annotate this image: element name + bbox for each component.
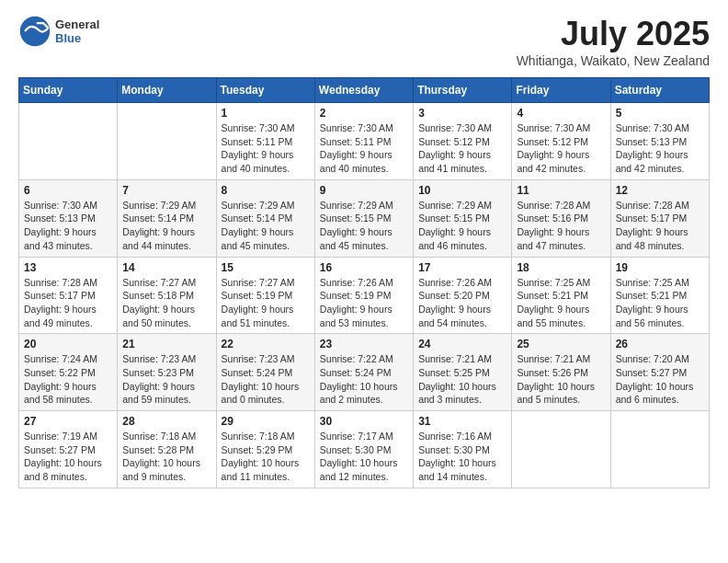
day-number: 6 xyxy=(24,184,112,197)
day-number: 24 xyxy=(418,338,506,350)
calendar-cell: 13Sunrise: 7:28 AM Sunset: 5:17 PM Dayli… xyxy=(19,257,118,334)
weekday-header: Saturday xyxy=(610,78,709,103)
day-info: Sunrise: 7:18 AM Sunset: 5:29 PM Dayligh… xyxy=(222,430,310,484)
calendar-title: July 2025 xyxy=(517,15,710,53)
logo-text: General Blue xyxy=(55,17,99,45)
day-info: Sunrise: 7:24 AM Sunset: 5:22 PM Dayligh… xyxy=(24,352,112,407)
day-info: Sunrise: 7:30 AM Sunset: 5:11 PM Dayligh… xyxy=(320,121,408,176)
day-info: Sunrise: 7:28 AM Sunset: 5:17 PM Dayligh… xyxy=(24,276,112,330)
day-number: 27 xyxy=(24,415,112,428)
page-header: General Blue July 2025 Whitianga, Waikat… xyxy=(18,15,710,68)
day-number: 5 xyxy=(616,107,704,120)
day-number: 26 xyxy=(616,338,704,350)
weekday-header: Monday xyxy=(118,78,216,103)
calendar-cell: 19Sunrise: 7:25 AM Sunset: 5:21 PM Dayli… xyxy=(610,257,709,334)
day-info: Sunrise: 7:30 AM Sunset: 5:13 PM Dayligh… xyxy=(24,199,112,253)
calendar-cell: 28Sunrise: 7:18 AM Sunset: 5:28 PM Dayli… xyxy=(118,411,216,488)
day-info: Sunrise: 7:21 AM Sunset: 5:25 PM Dayligh… xyxy=(418,352,506,407)
calendar-cell: 8Sunrise: 7:29 AM Sunset: 5:14 PM Daylig… xyxy=(216,179,314,257)
calendar-cell: 11Sunrise: 7:28 AM Sunset: 5:16 PM Dayli… xyxy=(512,179,610,257)
weekday-header-row: SundayMondayTuesdayWednesdayThursdayFrid… xyxy=(19,78,710,103)
day-number: 31 xyxy=(418,415,506,428)
day-number: 3 xyxy=(418,107,506,120)
day-info: Sunrise: 7:27 AM Sunset: 5:19 PM Dayligh… xyxy=(222,276,310,330)
calendar-cell: 21Sunrise: 7:23 AM Sunset: 5:23 PM Dayli… xyxy=(118,334,216,411)
day-info: Sunrise: 7:30 AM Sunset: 5:12 PM Dayligh… xyxy=(517,121,605,176)
day-info: Sunrise: 7:28 AM Sunset: 5:16 PM Dayligh… xyxy=(517,199,605,253)
calendar-cell: 1Sunrise: 7:30 AM Sunset: 5:11 PM Daylig… xyxy=(216,103,314,180)
day-number: 12 xyxy=(616,184,704,197)
day-number: 7 xyxy=(122,184,210,197)
title-block: July 2025 Whitianga, Waikato, New Zealan… xyxy=(517,15,710,68)
calendar-cell xyxy=(118,103,216,180)
calendar-cell: 3Sunrise: 7:30 AM Sunset: 5:12 PM Daylig… xyxy=(414,103,512,180)
day-info: Sunrise: 7:19 AM Sunset: 5:27 PM Dayligh… xyxy=(24,430,112,484)
day-info: Sunrise: 7:18 AM Sunset: 5:28 PM Dayligh… xyxy=(122,430,210,484)
calendar-cell: 31Sunrise: 7:16 AM Sunset: 5:30 PM Dayli… xyxy=(414,411,512,488)
calendar-cell: 20Sunrise: 7:24 AM Sunset: 5:22 PM Dayli… xyxy=(19,334,118,411)
calendar-cell xyxy=(512,411,610,488)
day-number: 18 xyxy=(517,261,605,274)
day-info: Sunrise: 7:23 AM Sunset: 5:24 PM Dayligh… xyxy=(222,352,310,407)
logo-general-label: General xyxy=(55,17,99,31)
logo-icon xyxy=(18,15,51,48)
day-info: Sunrise: 7:26 AM Sunset: 5:20 PM Dayligh… xyxy=(418,276,506,330)
weekday-header: Tuesday xyxy=(216,78,314,103)
day-number: 28 xyxy=(122,415,210,428)
calendar-cell: 15Sunrise: 7:27 AM Sunset: 5:19 PM Dayli… xyxy=(216,257,314,334)
day-number: 16 xyxy=(320,261,408,274)
day-info: Sunrise: 7:30 AM Sunset: 5:13 PM Dayligh… xyxy=(616,121,704,176)
day-number: 14 xyxy=(122,261,210,274)
calendar-cell: 17Sunrise: 7:26 AM Sunset: 5:20 PM Dayli… xyxy=(414,257,512,334)
day-info: Sunrise: 7:25 AM Sunset: 5:21 PM Dayligh… xyxy=(517,276,605,330)
day-number: 29 xyxy=(222,415,310,428)
calendar-cell: 10Sunrise: 7:29 AM Sunset: 5:15 PM Dayli… xyxy=(414,179,512,257)
weekday-header: Sunday xyxy=(19,78,118,103)
weekday-header: Thursday xyxy=(414,78,512,103)
day-info: Sunrise: 7:16 AM Sunset: 5:30 PM Dayligh… xyxy=(418,430,506,484)
day-number: 17 xyxy=(418,261,506,274)
day-info: Sunrise: 7:30 AM Sunset: 5:12 PM Dayligh… xyxy=(418,121,506,176)
day-info: Sunrise: 7:22 AM Sunset: 5:24 PM Dayligh… xyxy=(320,352,408,407)
calendar-week-row: 20Sunrise: 7:24 AM Sunset: 5:22 PM Dayli… xyxy=(19,334,710,411)
calendar-cell: 29Sunrise: 7:18 AM Sunset: 5:29 PM Dayli… xyxy=(216,411,314,488)
day-info: Sunrise: 7:21 AM Sunset: 5:26 PM Dayligh… xyxy=(517,352,605,407)
day-number: 1 xyxy=(222,107,310,120)
day-info: Sunrise: 7:25 AM Sunset: 5:21 PM Dayligh… xyxy=(616,276,704,330)
day-number: 25 xyxy=(517,338,605,350)
day-number: 11 xyxy=(517,184,605,197)
calendar-cell: 23Sunrise: 7:22 AM Sunset: 5:24 PM Dayli… xyxy=(314,334,413,411)
calendar-cell: 6Sunrise: 7:30 AM Sunset: 5:13 PM Daylig… xyxy=(19,179,118,257)
calendar-cell: 25Sunrise: 7:21 AM Sunset: 5:26 PM Dayli… xyxy=(512,334,610,411)
logo-blue-label: Blue xyxy=(55,31,99,45)
day-number: 15 xyxy=(222,261,310,274)
day-number: 19 xyxy=(616,261,704,274)
day-number: 13 xyxy=(24,261,112,274)
calendar-table: SundayMondayTuesdayWednesdayThursdayFrid… xyxy=(18,77,710,488)
day-number: 23 xyxy=(320,338,408,350)
calendar-cell: 24Sunrise: 7:21 AM Sunset: 5:25 PM Dayli… xyxy=(414,334,512,411)
day-info: Sunrise: 7:30 AM Sunset: 5:11 PM Dayligh… xyxy=(222,121,310,176)
calendar-cell xyxy=(610,411,709,488)
day-number: 2 xyxy=(320,107,408,120)
calendar-cell: 18Sunrise: 7:25 AM Sunset: 5:21 PM Dayli… xyxy=(512,257,610,334)
calendar-cell: 30Sunrise: 7:17 AM Sunset: 5:30 PM Dayli… xyxy=(314,411,413,488)
weekday-header: Friday xyxy=(512,78,610,103)
calendar-cell: 22Sunrise: 7:23 AM Sunset: 5:24 PM Dayli… xyxy=(216,334,314,411)
calendar-cell: 16Sunrise: 7:26 AM Sunset: 5:19 PM Dayli… xyxy=(314,257,413,334)
day-number: 10 xyxy=(418,184,506,197)
calendar-week-row: 27Sunrise: 7:19 AM Sunset: 5:27 PM Dayli… xyxy=(19,411,710,488)
calendar-cell: 2Sunrise: 7:30 AM Sunset: 5:11 PM Daylig… xyxy=(314,103,413,180)
day-info: Sunrise: 7:20 AM Sunset: 5:27 PM Dayligh… xyxy=(616,352,704,407)
day-info: Sunrise: 7:23 AM Sunset: 5:23 PM Dayligh… xyxy=(122,352,210,407)
day-info: Sunrise: 7:26 AM Sunset: 5:19 PM Dayligh… xyxy=(320,276,408,330)
logo: General Blue xyxy=(18,15,99,48)
calendar-cell: 14Sunrise: 7:27 AM Sunset: 5:18 PM Dayli… xyxy=(118,257,216,334)
calendar-cell: 27Sunrise: 7:19 AM Sunset: 5:27 PM Dayli… xyxy=(19,411,118,488)
day-number: 4 xyxy=(517,107,605,120)
day-number: 20 xyxy=(24,338,112,350)
day-info: Sunrise: 7:29 AM Sunset: 5:14 PM Dayligh… xyxy=(122,199,210,253)
day-info: Sunrise: 7:27 AM Sunset: 5:18 PM Dayligh… xyxy=(122,276,210,330)
day-number: 22 xyxy=(222,338,310,350)
day-number: 9 xyxy=(320,184,408,197)
